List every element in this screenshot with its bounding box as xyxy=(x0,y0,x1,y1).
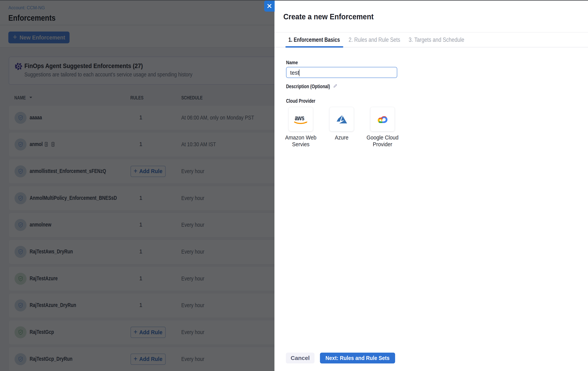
svg-text:aws: aws xyxy=(295,114,304,122)
